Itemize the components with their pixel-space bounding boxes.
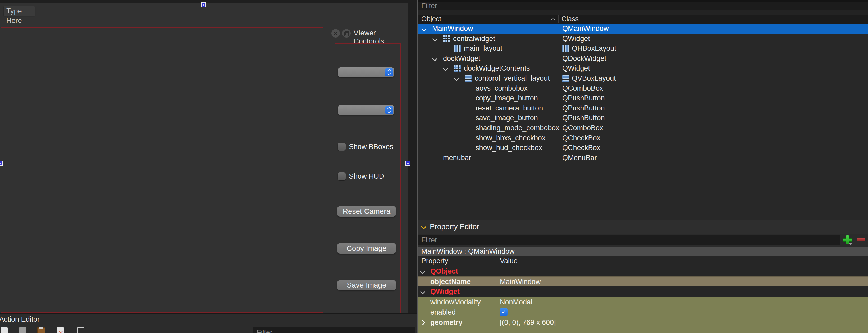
object-filter-input[interactable] (418, 2, 868, 10)
column-divider (496, 328, 496, 333)
expand-chevron-icon[interactable] (421, 26, 427, 31)
class-name: QVBoxLayout (562, 73, 616, 83)
dock-title-underline (329, 42, 408, 42)
property-name: windowModality (430, 297, 481, 307)
class-name: QMainWindow (562, 24, 609, 34)
form-canvas: Type Here × VIewer Contorols (0, 3, 408, 313)
column-divider (496, 277, 496, 286)
expand-chevron-icon[interactable] (432, 56, 437, 61)
column-divider (496, 297, 496, 307)
widget-grid-icon (454, 65, 461, 72)
dock-titlebar: × VIewer Contorols (329, 29, 408, 40)
float-icon (344, 31, 348, 35)
tree-row-show_hud_checkbox[interactable]: show_hud_checkboxQCheckBox (418, 143, 868, 153)
property-row-enabled[interactable]: enabled✓ (418, 307, 868, 317)
hbox-layout-icon (562, 45, 569, 52)
combobox-arrows-icon (385, 106, 393, 114)
tree-row-dockWidgetContents[interactable]: dockWidgetContentsQWidget (418, 63, 868, 73)
enabled-checkbox[interactable]: ✓ (500, 308, 507, 316)
menu-placeholder-label: Type Here (6, 7, 22, 25)
expand-chevron-icon[interactable] (420, 269, 425, 274)
property-value[interactable]: MainWindow (500, 277, 541, 287)
tree-row-MainWindow[interactable]: MainWindowQMainWindow (418, 24, 868, 34)
copy-action-icon[interactable] (19, 328, 26, 333)
tree-row-menubar[interactable]: menubarQMenuBar (418, 153, 868, 163)
tree-row-show_bbxs_checkbox[interactable]: show_bbxs_checkboxQCheckBox (418, 133, 868, 143)
property-row-geometry[interactable]: geometry[(0, 0), 769 x 600] (418, 317, 868, 327)
class-name: QPushButton (562, 113, 605, 123)
property-name: enabled (430, 307, 456, 317)
paste-action-icon[interactable] (37, 328, 45, 333)
property-value[interactable]: NonModal (500, 297, 532, 307)
checkbox-icon (338, 172, 346, 180)
shading-mode-combobox[interactable] (338, 105, 394, 115)
class-name: QHBoxLayout (562, 43, 616, 54)
tree-row-aovs_combobox[interactable]: aovs_comboboxQComboBox (418, 83, 868, 93)
show-bboxes-label: Show BBoxes (349, 143, 393, 151)
tree-row-shading_mode_combobox[interactable]: shading_mode_comboboxQComboBox (418, 123, 868, 133)
remove-property-icon[interactable] (857, 238, 865, 241)
central-widget-layout-outline (1, 28, 323, 313)
checkbox-icon (338, 143, 346, 151)
reset-camera-button[interactable]: Reset Camera (337, 206, 396, 217)
delete-action-icon[interactable]: ✕ (57, 328, 64, 333)
new-document-icon[interactable] (77, 328, 84, 333)
column-header-object[interactable]: Object (421, 15, 441, 23)
property-group-QWidget[interactable]: QWidget (418, 287, 868, 297)
property-group-QObject[interactable]: QObject (418, 266, 868, 276)
dock-title: VIewer Contorols (353, 29, 408, 45)
object-name: menubar (443, 153, 471, 163)
expand-chevron-icon[interactable] (454, 76, 459, 81)
dock-close-button[interactable]: × (331, 29, 340, 37)
tree-row-main_layout[interactable]: main_layoutQHBoxLayout (418, 43, 868, 54)
expand-chevron-icon[interactable] (443, 66, 448, 71)
tree-row-save_image_button[interactable]: save_image_buttonQPushButton (418, 113, 868, 123)
vbox-layout-icon (562, 75, 569, 82)
show-hud-checkbox[interactable]: Show HUD (338, 172, 384, 180)
new-action-icon[interactable] (1, 328, 8, 333)
property-row-windowModality[interactable]: windowModalityNonModal (418, 297, 868, 307)
show-bboxes-checkbox[interactable]: Show BBoxes (338, 143, 393, 151)
show-hud-label: Show HUD (349, 172, 384, 180)
selection-handle-right[interactable] (406, 162, 410, 165)
selection-handle-left[interactable] (0, 162, 2, 165)
column-divider[interactable] (558, 15, 559, 23)
sort-ascending-icon (551, 18, 555, 21)
column-header-value[interactable]: Value (500, 256, 518, 266)
copy-image-label: Copy Image (347, 244, 387, 253)
expand-chevron-icon[interactable] (420, 320, 425, 325)
save-image-button[interactable]: Save Image (337, 280, 396, 290)
expand-chevron-icon[interactable] (420, 289, 425, 294)
property-name: objectName (430, 277, 471, 287)
save-image-label: Save Image (347, 281, 386, 289)
tree-row-reset_camera_button[interactable]: reset_camera_buttonQPushButton (418, 103, 868, 113)
property-row-objectName[interactable]: objectNameMainWindow (418, 276, 868, 286)
object-name: save_image_button (475, 113, 538, 123)
object-name: main_layout (464, 43, 502, 54)
tree-row-contorol_vertical_layout[interactable]: contorol_vertical_layoutQVBoxLayout (418, 73, 868, 83)
vbox-layout-icon (465, 75, 471, 82)
property-editor-header[interactable]: Property Editor (418, 220, 868, 234)
property-value[interactable]: [(0, 0), 769 x 600] (500, 318, 556, 328)
tree-row-centralwidget[interactable]: centralwidgetQWidget (418, 34, 868, 44)
property-editor-title: Property Editor (430, 223, 479, 231)
class-name: QPushButton (562, 93, 605, 103)
action-filter-input[interactable] (253, 328, 415, 333)
column-header-property[interactable]: Property (421, 256, 448, 266)
selection-handle-top[interactable] (202, 3, 206, 7)
column-header-class[interactable]: Class (561, 15, 579, 23)
copy-image-button[interactable]: Copy Image (337, 243, 396, 254)
property-name: geometry (430, 318, 463, 328)
hbox-layout-icon (454, 45, 461, 52)
expand-chevron-icon[interactable] (432, 36, 437, 41)
property-filter-input[interactable] (418, 235, 840, 245)
action-editor-panel: Action Editor ✕ (0, 313, 418, 333)
tree-row-copy_image_button[interactable]: copy_image_buttonQPushButton (418, 93, 868, 103)
dock-float-button[interactable] (342, 29, 351, 37)
add-property-icon[interactable] (843, 235, 852, 244)
tree-row-dockWidget[interactable]: dockWidgetQDockWidget (418, 54, 868, 63)
menubar-type-here-item[interactable]: Type Here (4, 6, 35, 16)
aovs-combobox[interactable] (338, 67, 394, 77)
object-name: dockWidgetContents (464, 63, 530, 73)
spacer (418, 10, 868, 15)
